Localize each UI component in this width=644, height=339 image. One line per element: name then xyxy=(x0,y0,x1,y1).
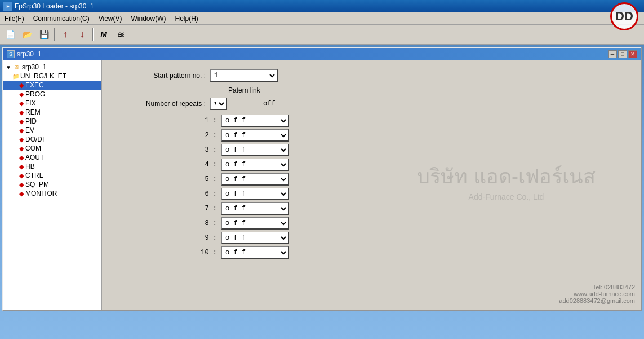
start-pattern-label: Start pattern no. : xyxy=(116,72,206,80)
app-icon: F xyxy=(3,2,12,11)
tree-label-exec: EXEC xyxy=(25,81,44,89)
contact-web: www.add-furnace.com xyxy=(559,290,635,297)
row-9-label: 9 : xyxy=(116,234,217,242)
pattern-row-7: 7 : o f f xyxy=(116,202,627,215)
tree-label-ctrl: CTRL xyxy=(25,171,43,179)
window-controls: ─ □ ✕ xyxy=(608,50,637,58)
tree-item-fix[interactable]: ◆ FIX xyxy=(3,99,101,108)
tree-sidebar: ▼ 🖥 srp30_1 📁 UN_RG/LK_ET ◆ EXEC ◆ PROG xyxy=(3,60,102,310)
diamond-icon-pid: ◆ xyxy=(19,118,24,125)
menubar: File(F) Communication(C) View(V) Window(… xyxy=(0,12,644,25)
menu-view[interactable]: View(V) xyxy=(94,14,127,24)
download-button[interactable]: ↓ xyxy=(74,27,90,42)
tree-label-root: srp30_1 xyxy=(22,63,46,71)
row-7-select[interactable]: o f f xyxy=(221,202,289,215)
pattern-row-3: 3 : o f f xyxy=(116,144,627,156)
tree-label-dodi: DO/DI xyxy=(25,135,44,143)
tree-item-rem[interactable]: ◆ REM xyxy=(3,108,101,117)
tree-item-un-rg[interactable]: 📁 UN_RG/LK_ET xyxy=(3,72,101,81)
diamond-icon-ctrl: ◆ xyxy=(19,172,24,179)
diamond-icon-fix: ◆ xyxy=(19,100,24,107)
window-titlebar: S srp30_1 ─ □ ✕ xyxy=(3,48,641,60)
row-8-select[interactable]: o f f xyxy=(221,217,289,230)
menu-communication[interactable]: Communication(C) xyxy=(29,14,94,24)
maximize-button[interactable]: □ xyxy=(618,50,627,58)
tree-item-prog[interactable]: ◆ PROG xyxy=(3,90,101,99)
start-pattern-row: Start pattern no. : 123 45 xyxy=(116,69,627,82)
menu-window[interactable]: Window(W) xyxy=(127,14,171,24)
row-6-label: 6 : xyxy=(116,190,217,198)
folder-icon: 🖥 xyxy=(12,63,20,71)
pattern-row-6: 6 : o f f xyxy=(116,188,627,200)
monitor-button[interactable]: M xyxy=(96,27,112,42)
diamond-icon-dodi: ◆ xyxy=(19,136,24,143)
pattern-rows: 1 : o f f 2 : o f f 3 : o xyxy=(116,115,627,259)
contact-info: Tel: 028883472 www.add-furnace.com add02… xyxy=(559,284,635,304)
row-9-select[interactable]: o f f xyxy=(221,232,289,244)
open-button[interactable]: 📂 xyxy=(19,27,35,42)
tree-item-root[interactable]: ▼ 🖥 srp30_1 xyxy=(3,63,101,72)
repeats-select[interactable]: ▼ xyxy=(210,98,227,110)
repeats-control: ▼ off xyxy=(210,98,276,110)
close-button[interactable]: ✕ xyxy=(628,50,637,58)
upload-button[interactable]: ↑ xyxy=(57,27,73,42)
minimize-button[interactable]: ─ xyxy=(608,50,617,58)
row-5-select[interactable]: o f f xyxy=(221,173,289,186)
row-2-select[interactable]: o f f xyxy=(221,129,289,142)
row-4-select[interactable]: o f f xyxy=(221,159,289,171)
pattern-row-2: 2 : o f f xyxy=(116,129,627,142)
tree-label-sqpm: SQ_PM xyxy=(25,180,49,188)
tree-item-sqpm[interactable]: ◆ SQ_PM xyxy=(3,180,101,189)
row-5-label: 5 : xyxy=(116,175,217,183)
menu-help[interactable]: Help(H) xyxy=(171,14,203,24)
app-title: FpSrp30 Loader - srp30_1 xyxy=(15,2,94,10)
new-button[interactable]: 📄 xyxy=(2,27,18,42)
tree-label-ev: EV xyxy=(25,126,34,134)
tree-label-prog: PROG xyxy=(25,90,45,98)
tree-item-com[interactable]: ◆ COM xyxy=(3,144,101,153)
row-1-select[interactable]: o f f xyxy=(221,115,289,127)
tree-label-monitor: MONITOR xyxy=(25,190,57,197)
diamond-icon-sqpm: ◆ xyxy=(19,181,24,188)
tree-item-dodi[interactable]: ◆ DO/DI xyxy=(3,135,101,144)
number-repeats-row: Number of repeats : ▼ off xyxy=(116,98,627,110)
row-1-label: 1 : xyxy=(116,117,217,125)
wave-button[interactable]: ≋ xyxy=(113,27,128,42)
app-titlebar: F FpSrp30 Loader - srp30_1 xyxy=(0,0,644,12)
contact-email: add028883472@gmail.com xyxy=(559,297,635,304)
tree-item-ctrl[interactable]: ◆ CTRL xyxy=(3,171,101,180)
patern-link-label: Patern link xyxy=(228,86,260,94)
menu-file[interactable]: File(F) xyxy=(0,14,29,24)
repeats-value: off xyxy=(263,100,276,108)
tree-item-ev[interactable]: ◆ EV xyxy=(3,126,101,135)
row-8-label: 8 : xyxy=(116,219,217,227)
tree-item-aout[interactable]: ◆ AOUT xyxy=(3,153,101,162)
diamond-icon-prog: ◆ xyxy=(19,91,24,98)
row-10-select[interactable]: o f f xyxy=(221,246,289,259)
tree-label-hb: HB xyxy=(25,162,35,170)
window-title-left: S srp30_1 xyxy=(7,50,41,58)
row-6-select[interactable]: o f f xyxy=(221,188,289,200)
save-button[interactable]: 💾 xyxy=(36,27,52,42)
pattern-row-9: 9 : o f f xyxy=(116,232,627,244)
tree-item-exec[interactable]: ◆ EXEC xyxy=(3,81,101,90)
start-pattern-select[interactable]: 123 45 xyxy=(210,69,278,82)
row-3-select[interactable]: o f f xyxy=(221,144,289,156)
tree-item-pid[interactable]: ◆ PID xyxy=(3,117,101,126)
row-2-label: 2 : xyxy=(116,131,217,139)
tree-label-pid: PID xyxy=(25,117,37,125)
tree-label-com: COM xyxy=(25,144,41,152)
diamond-icon-ev: ◆ xyxy=(19,127,24,134)
contact-tel: Tel: 028883472 xyxy=(559,284,635,290)
tree-item-hb[interactable]: ◆ HB xyxy=(3,162,101,171)
pattern-row-8: 8 : o f f xyxy=(116,217,627,230)
row-10-label: 10 : xyxy=(116,249,217,257)
row-3-label: 3 : xyxy=(116,146,217,154)
pattern-row-4: 4 : o f f xyxy=(116,159,627,171)
pattern-row-10: 10 : o f f xyxy=(116,246,627,259)
diamond-icon-com: ◆ xyxy=(19,145,24,152)
dd-logo: DD xyxy=(610,2,638,30)
patern-link-section: Patern link xyxy=(116,86,627,94)
tree-item-monitor[interactable]: ◆ MONITOR xyxy=(3,189,101,198)
toolbar-separator-2 xyxy=(92,28,94,41)
